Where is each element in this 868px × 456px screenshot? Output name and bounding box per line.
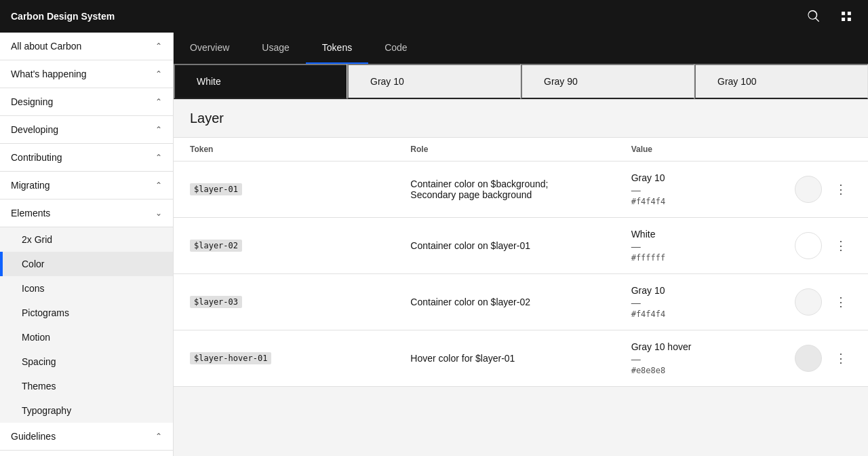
table-row: $layer-02 Container color on $layer-01 W… bbox=[174, 218, 868, 274]
token-cell: $layer-hover-01 bbox=[190, 352, 410, 364]
sidebar-item-typography[interactable]: Typography bbox=[0, 398, 173, 423]
main-layout: All about Carbon ⌃ What's happening ⌃ De… bbox=[0, 33, 868, 456]
value-name: Gray 10 bbox=[631, 172, 666, 183]
sidebar-item-color[interactable]: Color bbox=[0, 252, 173, 276]
chevron-down-icon: ⌃ bbox=[155, 125, 162, 134]
sidebar-sub-label: Color bbox=[22, 259, 44, 269]
value-cell: White — #ffffff ⋮ bbox=[631, 229, 852, 263]
value-info: Gray 10 — #f4f4f4 bbox=[631, 172, 666, 206]
sidebar-item-guidelines[interactable]: Guidelines ⌃ bbox=[0, 423, 173, 451]
chevron-down-icon: ⌃ bbox=[155, 432, 162, 441]
sidebar-item-motion[interactable]: Motion bbox=[0, 325, 173, 349]
search-icon[interactable] bbox=[803, 5, 825, 27]
tab-code[interactable]: Code bbox=[368, 33, 423, 64]
app-title: Carbon Design System bbox=[11, 11, 115, 22]
color-swatch bbox=[795, 288, 822, 316]
sidebar-item-label: All about Carbon bbox=[11, 41, 81, 52]
token-badge: $layer-02 bbox=[190, 240, 242, 252]
theme-selector: White Gray 10 Gray 90 Gray 100 bbox=[174, 64, 868, 100]
sidebar-item-icons[interactable]: Icons bbox=[0, 276, 173, 301]
sidebar-item-developing[interactable]: Developing ⌃ bbox=[0, 116, 173, 144]
sidebar-sub-label: Themes bbox=[22, 381, 56, 392]
sidebar-item-label: What's happening bbox=[11, 69, 87, 79]
value-name: Gray 10 hover bbox=[631, 341, 692, 352]
sidebar-item-themes[interactable]: Themes bbox=[0, 374, 173, 398]
sidebar-item-components[interactable]: Components ⌃ bbox=[0, 451, 173, 456]
sidebar-sub-label: Pictograms bbox=[22, 307, 69, 318]
overflow-menu-button[interactable]: ⋮ bbox=[830, 347, 852, 369]
theme-btn-white[interactable]: White bbox=[174, 64, 347, 99]
value-hex: #ffffff bbox=[631, 253, 666, 263]
token-cell: $layer-01 bbox=[190, 183, 410, 195]
sidebar: All about Carbon ⌃ What's happening ⌃ De… bbox=[0, 33, 174, 456]
sidebar-item-designing[interactable]: Designing ⌃ bbox=[0, 88, 173, 116]
role-cell: Container color on $background;Secondary… bbox=[410, 178, 631, 200]
sidebar-item-migrating[interactable]: Migrating ⌃ bbox=[0, 172, 173, 200]
theme-btn-gray-10[interactable]: Gray 10 bbox=[347, 64, 521, 99]
sidebar-item-label: Guidelines bbox=[11, 431, 56, 442]
theme-btn-gray-90[interactable]: Gray 90 bbox=[521, 64, 694, 99]
theme-btn-gray-100[interactable]: Gray 100 bbox=[694, 64, 868, 99]
section-label: Layer bbox=[174, 100, 868, 137]
value-dash: — bbox=[631, 241, 666, 252]
sidebar-sub-label: Typography bbox=[22, 405, 71, 416]
sidebar-section-elements[interactable]: Elements ⌄ bbox=[0, 200, 173, 227]
token-badge: $layer-03 bbox=[190, 296, 242, 308]
grid-icon[interactable] bbox=[835, 5, 857, 27]
top-nav-icons bbox=[803, 5, 857, 27]
tab-tokens[interactable]: Tokens bbox=[306, 33, 368, 64]
value-dash: — bbox=[631, 297, 666, 308]
sidebar-sub-label: 2x Grid bbox=[22, 234, 52, 245]
token-cell: $layer-02 bbox=[190, 240, 410, 252]
overflow-menu-button[interactable]: ⋮ bbox=[830, 235, 852, 256]
table-row: $layer-01 Container color on $background… bbox=[174, 162, 868, 218]
sidebar-sub-label: Motion bbox=[22, 332, 50, 343]
overflow-menu-button[interactable]: ⋮ bbox=[830, 291, 852, 313]
role-text: Container color on $layer-02 bbox=[410, 297, 530, 307]
color-swatch bbox=[795, 345, 822, 372]
sidebar-item-spacing[interactable]: Spacing bbox=[0, 349, 173, 374]
role-cell: Hover color for $layer-01 bbox=[410, 353, 631, 364]
sidebar-item-whats-happening[interactable]: What's happening ⌃ bbox=[0, 60, 173, 88]
role-text: Container color on $layer-01 bbox=[410, 240, 530, 251]
token-cell: $layer-03 bbox=[190, 296, 410, 308]
value-cell: Gray 10 hover — #e8e8e8 ⋮ bbox=[631, 341, 852, 375]
sidebar-sub-label: Icons bbox=[22, 283, 44, 294]
overflow-menu-button[interactable]: ⋮ bbox=[830, 178, 852, 200]
top-navigation: Carbon Design System bbox=[0, 0, 868, 33]
tab-overview[interactable]: Overview bbox=[174, 33, 245, 64]
sidebar-section-label: Elements bbox=[11, 208, 50, 218]
role-cell: Container color on $layer-01 bbox=[410, 240, 631, 251]
sidebar-item-label: Designing bbox=[11, 96, 53, 107]
content-area: Overview Usage Tokens Code White Gray 10… bbox=[174, 33, 868, 456]
sidebar-item-label: Developing bbox=[11, 124, 58, 135]
sidebar-item-label: Migrating bbox=[11, 180, 50, 191]
tab-usage[interactable]: Usage bbox=[245, 33, 305, 64]
value-dash: — bbox=[631, 354, 692, 364]
sidebar-sub-label: Spacing bbox=[22, 356, 56, 367]
token-table-wrapper: Layer Token Role Value $layer-01 Contain… bbox=[174, 100, 868, 456]
value-info: Gray 10 — #f4f4f4 bbox=[631, 285, 666, 319]
value-info: Gray 10 hover — #e8e8e8 bbox=[631, 341, 692, 375]
sidebar-item-2x-grid[interactable]: 2x Grid bbox=[0, 227, 173, 252]
chevron-down-icon: ⌃ bbox=[155, 97, 162, 107]
color-swatch bbox=[795, 232, 822, 259]
table-row: $layer-03 Container color on $layer-02 G… bbox=[174, 274, 868, 330]
sidebar-elements-subitems: 2x Grid Color Icons Pictograms Motion Sp… bbox=[0, 227, 173, 423]
sidebar-item-contributing[interactable]: Contributing ⌃ bbox=[0, 144, 173, 172]
chevron-down-icon: ⌃ bbox=[155, 41, 162, 51]
sidebar-item-all-about-carbon[interactable]: All about Carbon ⌃ bbox=[0, 33, 173, 60]
sidebar-item-label: Contributing bbox=[11, 152, 62, 163]
chevron-down-icon: ⌃ bbox=[155, 180, 162, 190]
chevron-up-icon: ⌄ bbox=[155, 208, 162, 218]
col-header-role: Role bbox=[410, 145, 631, 154]
role-text: Container color on $background;Secondary… bbox=[410, 178, 548, 200]
sidebar-item-pictograms[interactable]: Pictograms bbox=[0, 301, 173, 325]
chevron-down-icon: ⌃ bbox=[155, 153, 162, 162]
value-dash: — bbox=[631, 185, 666, 195]
col-header-value: Value bbox=[631, 145, 852, 154]
value-hex: #e8e8e8 bbox=[631, 366, 692, 375]
token-badge: $layer-01 bbox=[190, 183, 242, 195]
value-cell: Gray 10 — #f4f4f4 ⋮ bbox=[631, 285, 852, 319]
token-badge: $layer-hover-01 bbox=[190, 352, 271, 364]
